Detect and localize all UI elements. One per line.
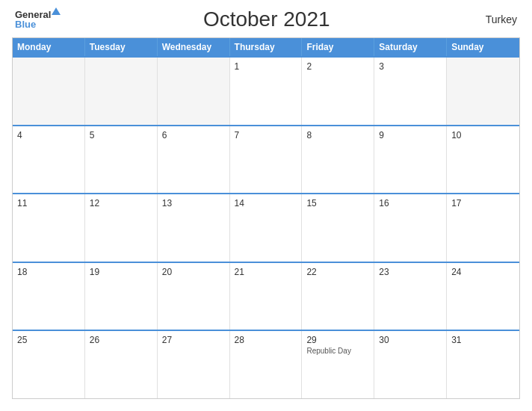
day-number: 23: [379, 267, 442, 277]
day-number: 9: [379, 130, 442, 140]
day-cell: 9: [374, 126, 447, 194]
day-cell: 31: [447, 331, 519, 398]
day-number: 19: [90, 267, 152, 277]
day-cell: 11: [13, 194, 85, 262]
day-number: 27: [162, 335, 225, 345]
week-row-4: 18192021222324: [13, 262, 519, 330]
day-cell: 25: [13, 331, 85, 398]
day-cell: 29Republic Day: [302, 331, 374, 398]
day-number: 2: [306, 61, 369, 72]
day-cell: 16: [374, 194, 447, 262]
day-cell: 5: [85, 126, 158, 194]
day-cell: 22: [302, 263, 374, 330]
day-number: 4: [17, 130, 80, 140]
day-number: 31: [451, 335, 515, 345]
day-number: 24: [451, 267, 515, 277]
day-cell: [447, 58, 519, 125]
day-number: 12: [90, 198, 152, 208]
day-cell: 14: [230, 194, 303, 262]
day-cell: 17: [447, 194, 519, 262]
day-cell: 1: [230, 58, 303, 125]
day-number: 28: [235, 335, 297, 345]
logo: General Blue: [15, 10, 61, 29]
day-cell: 15: [302, 194, 374, 262]
day-cell: [13, 58, 85, 125]
logo-triangle-icon: [52, 7, 61, 15]
logo-blue-text: Blue: [15, 19, 36, 29]
calendar-header: General Blue October 2021 Turkey: [12, 7, 520, 31]
day-header-tuesday: Tuesday: [85, 38, 158, 56]
day-cell: 3: [374, 58, 447, 125]
week-row-3: 11121314151617: [13, 193, 519, 262]
day-cell: 23: [374, 263, 447, 330]
day-number: 26: [90, 335, 152, 345]
day-number: 20: [162, 267, 225, 277]
day-cell: 4: [13, 126, 85, 194]
weeks-container: 1234567891011121314151617181920212223242…: [13, 56, 519, 398]
day-cell: 24: [447, 263, 519, 330]
day-number: 5: [90, 130, 152, 140]
day-cell: 10: [447, 126, 519, 194]
day-cell: 27: [158, 331, 230, 398]
day-number: 1: [235, 61, 297, 72]
day-number: 14: [235, 198, 297, 208]
day-number: 17: [451, 198, 515, 208]
day-number: 18: [17, 267, 80, 277]
week-row-5: 2526272829Republic Day3031: [13, 330, 519, 398]
day-number: 15: [306, 198, 369, 208]
day-cell: [158, 58, 230, 125]
day-cell: 28: [230, 331, 303, 398]
day-number: 7: [235, 130, 297, 140]
day-cell: 21: [230, 263, 303, 330]
day-number: 21: [235, 267, 297, 277]
day-header-sunday: Sunday: [447, 38, 519, 56]
calendar-container: General Blue October 2021 Turkey MondayT…: [0, 0, 532, 411]
calendar-title: October 2021: [61, 7, 472, 31]
day-number: 29: [306, 335, 369, 345]
day-cell: 20: [158, 263, 230, 330]
week-row-1: 123: [13, 56, 519, 125]
day-cell: 6: [158, 126, 230, 194]
day-number: 6: [162, 130, 225, 140]
day-header-thursday: Thursday: [230, 38, 303, 56]
day-headers-row: MondayTuesdayWednesdayThursdayFridaySatu…: [13, 38, 519, 56]
day-cell: 12: [85, 194, 158, 262]
holiday-label: Republic Day: [306, 347, 369, 356]
day-cell: 19: [85, 263, 158, 330]
day-number: 3: [379, 61, 442, 72]
day-number: 8: [306, 130, 369, 140]
day-cell: 18: [13, 263, 85, 330]
calendar-grid: MondayTuesdayWednesdayThursdayFridaySatu…: [12, 37, 520, 399]
day-header-monday: Monday: [13, 38, 85, 56]
day-number: 25: [17, 335, 80, 345]
day-number: 22: [306, 267, 369, 277]
country-label: Turkey: [472, 13, 517, 25]
day-cell: 7: [230, 126, 303, 194]
day-cell: 26: [85, 331, 158, 398]
day-header-wednesday: Wednesday: [158, 38, 230, 56]
day-cell: 8: [302, 126, 374, 194]
day-number: 13: [162, 198, 225, 208]
day-cell: 13: [158, 194, 230, 262]
day-number: 30: [379, 335, 442, 345]
day-cell: [85, 58, 158, 125]
day-header-saturday: Saturday: [374, 38, 447, 56]
day-number: 11: [17, 198, 80, 208]
day-number: 16: [379, 198, 442, 208]
week-row-2: 45678910: [13, 125, 519, 194]
day-cell: 30: [374, 331, 447, 398]
day-header-friday: Friday: [302, 38, 374, 56]
day-number: 10: [451, 130, 515, 140]
day-cell: 2: [302, 58, 374, 125]
